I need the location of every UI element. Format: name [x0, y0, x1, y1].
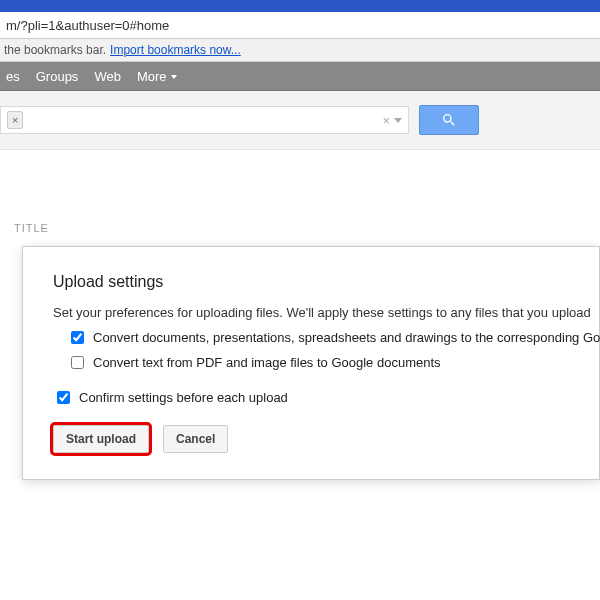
content-area: TITLE Upload settings Set your preferenc… [0, 150, 600, 600]
search-chip-close[interactable]: × [7, 111, 23, 129]
option-confirm-label: Confirm settings before each upload [79, 390, 288, 405]
google-nav-bar: es Groups Web More [0, 62, 600, 91]
dialog-description: Set your preferences for uploading files… [53, 305, 569, 320]
option-convert-pdf-label: Convert text from PDF and image files to… [93, 355, 441, 370]
checkbox-convert-pdf[interactable] [71, 356, 84, 369]
column-header-title: TITLE [14, 222, 49, 234]
dialog-heading: Upload settings [53, 273, 569, 291]
bookmark-hint-text: the bookmarks bar. [4, 43, 106, 57]
nav-item-more[interactable]: More [137, 69, 177, 84]
cancel-button[interactable]: Cancel [163, 425, 228, 453]
search-box[interactable]: × × [0, 106, 409, 134]
option-convert-docs[interactable]: Convert documents, presentations, spread… [67, 328, 569, 347]
window-chrome-top [0, 0, 600, 12]
checkbox-confirm-before-upload[interactable] [57, 391, 70, 404]
url-input[interactable] [4, 17, 600, 34]
clear-search-icon[interactable]: × [382, 113, 390, 128]
search-row: × × [0, 91, 600, 150]
import-bookmarks-link[interactable]: Import bookmarks now... [110, 43, 241, 57]
bookmark-hint-bar: the bookmarks bar. Import bookmarks now.… [0, 39, 600, 62]
option-convert-pdf[interactable]: Convert text from PDF and image files to… [67, 353, 569, 372]
checkbox-convert-docs[interactable] [71, 331, 84, 344]
search-button[interactable] [419, 105, 479, 135]
nav-item-partial[interactable]: es [6, 69, 20, 84]
address-bar[interactable] [0, 12, 600, 39]
search-icon [441, 112, 457, 128]
dialog-button-row: Start upload Cancel [53, 425, 569, 453]
nav-item-web[interactable]: Web [94, 69, 121, 84]
nav-item-groups[interactable]: Groups [36, 69, 79, 84]
option-confirm-before-upload[interactable]: Confirm settings before each upload [53, 388, 569, 407]
search-options-dropdown-icon[interactable] [394, 118, 402, 123]
option-convert-docs-label: Convert documents, presentations, spread… [93, 330, 600, 345]
start-upload-button[interactable]: Start upload [53, 425, 149, 453]
upload-settings-dialog: Upload settings Set your preferences for… [22, 246, 600, 480]
